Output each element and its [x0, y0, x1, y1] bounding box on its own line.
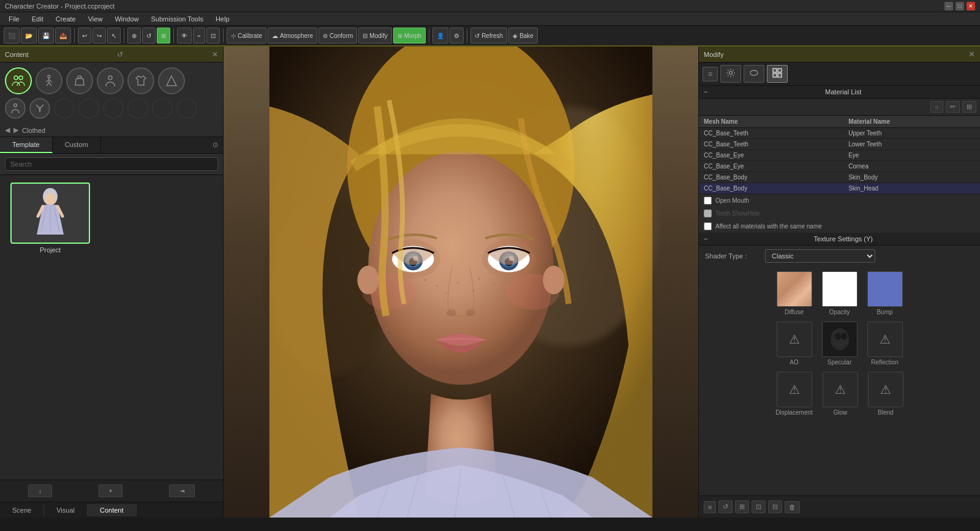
refresh-button[interactable]: ↺ Refresh — [470, 28, 507, 43]
menu-view[interactable]: View — [82, 14, 109, 24]
view2-button[interactable]: ⌁ — [193, 28, 205, 43]
table-row[interactable]: CC_Base_Eye Cornea — [699, 161, 980, 172]
blend-swatch[interactable]: ⚠ — [868, 372, 903, 407]
content-tab[interactable]: Content — [88, 504, 137, 516]
mat-grid-button[interactable]: ⊞ — [962, 101, 976, 113]
rtab-settings-button[interactable] — [720, 65, 741, 83]
ao-warning-icon: ⚠ — [789, 332, 800, 347]
item-thumb[interactable] — [10, 183, 90, 244]
rtab-morph-button[interactable] — [744, 65, 764, 83]
grid-tab-icon — [772, 71, 782, 80]
shape-icon[interactable] — [158, 67, 185, 94]
body-type-icon[interactable] — [5, 98, 26, 119]
reflection-swatch[interactable]: ⚠ — [867, 322, 903, 357]
table-row[interactable]: CC_Base_Body Skin_Head — [699, 183, 980, 194]
add-content-button[interactable]: + — [99, 484, 123, 497]
table-row[interactable]: CC_Base_Eye Eye — [699, 150, 980, 161]
modify-close-button[interactable]: ✕ — [968, 50, 975, 59]
view3-button[interactable]: ⊡ — [206, 28, 220, 43]
table-row[interactable]: CC_Base_Teeth Lower Teeth — [699, 139, 980, 150]
displacement-swatch[interactable]: ⚠ — [777, 372, 812, 407]
cloth-icon[interactable] — [66, 67, 93, 94]
maximize-button[interactable]: □ — [956, 2, 964, 10]
tab-settings-icon[interactable]: ⊙ — [208, 137, 223, 153]
affect-all-checkbox[interactable] — [704, 222, 712, 230]
undo-button[interactable]: ↩ — [78, 28, 91, 43]
menu-edit[interactable]: Edit — [26, 14, 50, 24]
import-down-button[interactable]: ↓ — [28, 484, 52, 497]
reflection-label: Reflection — [871, 359, 898, 366]
rb-delete-button[interactable]: 🗑 — [785, 501, 800, 513]
mat-circle-button[interactable]: ○ — [930, 101, 943, 113]
texture-row-2: ⚠ AO — [711, 322, 968, 366]
shirt-icon[interactable] — [127, 67, 154, 94]
mesh-name: CC_Base_Eye — [699, 161, 843, 172]
calibrate-button[interactable]: ⊹ Calibrate — [227, 28, 266, 43]
rb-grid-button[interactable]: ⊞ — [735, 500, 749, 513]
menu-file[interactable]: File — [2, 14, 26, 24]
morph-button[interactable]: ⊛ Morph — [393, 28, 426, 43]
opacity-swatch[interactable] — [822, 271, 858, 307]
diffuse-swatch[interactable] — [777, 271, 812, 307]
visual-tab[interactable]: Visual — [44, 504, 88, 516]
content-close-button[interactable]: ✕ — [212, 50, 218, 59]
move-button[interactable]: ⊕ — [127, 28, 141, 43]
close-button[interactable]: ✕ — [967, 2, 975, 10]
open-mouth-label: Open Mouth — [715, 197, 749, 204]
specular-swatch[interactable] — [822, 322, 858, 357]
ao-swatch[interactable]: ⚠ — [777, 322, 812, 357]
bump-swatch[interactable] — [867, 271, 903, 307]
search-input[interactable] — [5, 157, 218, 171]
select-button[interactable]: ↖ — [107, 28, 121, 43]
rb-grid2-button[interactable]: ⊟ — [768, 500, 782, 513]
menu-create[interactable]: Create — [50, 14, 82, 24]
menu-window[interactable]: Window — [108, 14, 145, 24]
scene-tab[interactable]: Scene — [0, 504, 44, 516]
texture-item-bump: Bump — [867, 271, 903, 315]
scale-button[interactable]: ⊞ — [157, 28, 170, 43]
glow-swatch[interactable]: ⚠ — [823, 372, 858, 407]
rotate-button[interactable]: ↺ — [142, 28, 156, 43]
rtab-grid-button[interactable] — [767, 65, 788, 83]
nav-forward-button[interactable]: ▶ — [13, 126, 18, 134]
list-item[interactable]: Project — [7, 183, 93, 254]
tab-custom[interactable]: Custom — [53, 137, 101, 153]
content-refresh-button[interactable]: ↺ — [117, 50, 123, 59]
minimize-button[interactable]: ─ — [944, 2, 953, 10]
open-button[interactable]: 📂 — [21, 28, 37, 43]
svg-point-43 — [543, 266, 564, 295]
view1-button[interactable]: 👁 — [177, 28, 192, 43]
rb-list-button[interactable]: ≡ — [704, 501, 716, 513]
sep5 — [429, 28, 429, 43]
conform-button[interactable]: ⊜ Conform — [318, 28, 357, 43]
icon-row-1 — [5, 67, 218, 94]
table-row[interactable]: CC_Base_Teeth Upper Teeth — [699, 128, 980, 139]
export-button-bottom[interactable]: ⇥ — [169, 484, 195, 497]
tool-type-icon[interactable] — [29, 98, 50, 119]
atmosphere-button[interactable]: ☁ Atmosphere — [268, 28, 317, 43]
table-row[interactable]: CC_Base_Body Skin_Body — [699, 172, 980, 183]
nav-back-button[interactable]: ◀ — [5, 126, 10, 134]
rb-view-button[interactable]: ⊡ — [752, 500, 766, 513]
open-mouth-checkbox[interactable] — [704, 197, 712, 205]
settings-button[interactable]: ⚙ — [450, 28, 464, 43]
rtab-list-button[interactable]: ≡ — [703, 67, 718, 81]
save-button[interactable]: 💾 — [38, 28, 54, 43]
redo-button[interactable]: ↪ — [92, 28, 106, 43]
new-button[interactable]: ⬛ — [4, 28, 20, 43]
menu-help[interactable]: Help — [209, 14, 236, 24]
modify-button[interactable]: ⊟ Modify — [358, 28, 391, 43]
tab-template[interactable]: Template — [0, 137, 53, 153]
mat-edit-button[interactable]: ✏ — [946, 101, 960, 113]
bake-button[interactable]: ◈ Bake — [508, 28, 538, 43]
all-chars-icon[interactable] — [5, 67, 32, 94]
shader-select[interactable]: Classic PBR Custom — [765, 249, 875, 263]
export-button[interactable]: 📤 — [55, 28, 71, 43]
rb-reset-button[interactable]: ↺ — [718, 500, 733, 513]
material-collapse-button[interactable]: − — [704, 88, 707, 96]
avatar-type-icon[interactable] — [97, 67, 124, 94]
menu-submission[interactable]: Submission Tools — [145, 14, 209, 24]
rig-icon[interactable] — [36, 67, 62, 94]
avatar-button[interactable]: 👤 — [432, 28, 448, 43]
texture-collapse-button[interactable]: − — [704, 235, 707, 243]
